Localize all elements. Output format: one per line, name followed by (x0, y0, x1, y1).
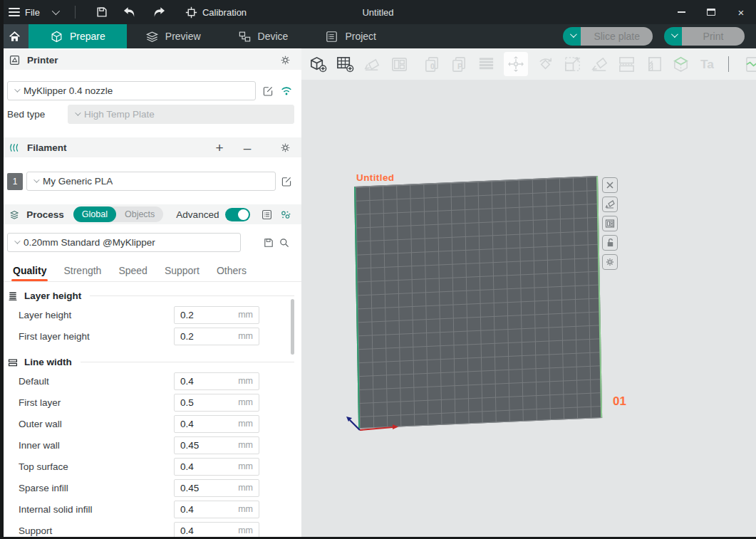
printer-preset-dropdown[interactable]: MyKlipper 0.4 nozzle (7, 81, 256, 100)
scale-icon (563, 55, 582, 74)
tab-device[interactable]: Device (219, 24, 307, 48)
add-plate-button[interactable] (336, 55, 355, 74)
delete-plate-button[interactable] (602, 177, 618, 193)
print-options-button[interactable] (664, 27, 682, 46)
search-settings-button[interactable] (276, 235, 292, 251)
save-preset-button[interactable] (261, 235, 276, 251)
layer-height-input[interactable] (180, 310, 230, 320)
line-width-first-layer-input[interactable] (180, 397, 230, 408)
cut-tool-button[interactable] (617, 55, 636, 74)
scope-objects-button[interactable]: Objects (116, 206, 163, 222)
first-layer-height-input[interactable] (180, 331, 230, 342)
add-filament-button[interactable]: + (212, 140, 227, 155)
line-width-outer-wall-input[interactable] (180, 419, 230, 429)
line-width-support-input[interactable] (180, 525, 230, 536)
rotate-tool-button[interactable] (536, 55, 555, 74)
tab-project[interactable]: Project (306, 24, 395, 48)
printer-settings-button[interactable] (277, 52, 293, 68)
maximize-button[interactable] (696, 0, 726, 24)
arrange-plate-button[interactable] (602, 216, 618, 231)
tab-prepare[interactable]: Prepare (29, 24, 127, 48)
scale-tool-button[interactable] (563, 55, 582, 74)
file-menu[interactable]: File (9, 6, 58, 19)
filament-preset-dropdown[interactable]: My Generic PLA (26, 172, 276, 191)
line-width-inner-wall-input[interactable] (180, 440, 230, 451)
chevron-down-icon (75, 110, 81, 115)
add-object-button[interactable] (309, 55, 328, 74)
file-menu-label: File (25, 7, 40, 18)
undo-button[interactable] (118, 3, 143, 21)
lock-plate-button[interactable] (602, 235, 618, 251)
calibration-button[interactable]: Calibration (185, 6, 247, 19)
settings-list: Layer height Layer height mm First layer… (0, 282, 301, 539)
arrange-plate-icon (605, 219, 615, 229)
tab-speed[interactable]: Speed (110, 265, 155, 281)
arrange-button[interactable] (390, 55, 409, 74)
auto-orient-button[interactable] (363, 55, 382, 74)
close-button[interactable]: × (726, 0, 756, 24)
parameter-list-button[interactable] (259, 206, 274, 222)
tab-others[interactable]: Others (208, 265, 255, 281)
prepare-icon (50, 30, 63, 43)
plate-settings-button[interactable] (602, 254, 618, 270)
lay-on-face-button[interactable] (590, 55, 609, 74)
bed-type-dropdown[interactable]: High Temp Plate (68, 105, 294, 124)
filament-settings-button[interactable] (277, 140, 293, 155)
remove-filament-button[interactable]: – (239, 140, 255, 155)
gear-icon (605, 257, 615, 267)
tab-preview[interactable]: Preview (127, 24, 219, 48)
advanced-toggle[interactable] (225, 208, 249, 221)
setting-row: Outer wall mm (0, 413, 301, 434)
edit-filament-button[interactable] (279, 174, 294, 189)
variable-layer-height-button[interactable] (477, 55, 496, 74)
setting-row: Layer height mm (0, 304, 301, 325)
process-preset-dropdown[interactable]: 0.20mm Standard @MyKlipper (7, 233, 241, 252)
split-to-objects-icon: 0 (423, 55, 442, 74)
toolbar-separator (728, 56, 729, 72)
build-plate[interactable] (354, 176, 602, 429)
setting-label: Outer wall (19, 419, 174, 429)
wifi-connection-button[interactable] (279, 83, 294, 99)
line-width-sparse-infill-input[interactable] (180, 483, 230, 493)
setting-label: Layer height (19, 310, 174, 320)
assembly-view-button[interactable] (744, 55, 756, 74)
value-box: mm (174, 394, 259, 412)
plate-name-label: Untitled (356, 172, 394, 183)
slice-options-button[interactable] (563, 27, 581, 46)
tab-project-label: Project (345, 31, 376, 42)
redo-button[interactable] (147, 3, 171, 21)
printer-preset-row: MyKlipper 0.4 nozzle (0, 81, 301, 100)
line-width-default-input[interactable] (180, 376, 230, 387)
setting-row: Inner wall mm (0, 434, 301, 456)
split-to-parts-button[interactable]: P (450, 55, 469, 74)
save-icon (95, 6, 108, 19)
split-to-objects-button[interactable]: 0 (423, 55, 442, 74)
print-button[interactable]: Print (682, 27, 745, 46)
compare-presets-button[interactable] (278, 206, 293, 222)
bed-type-label: Bed type (7, 109, 68, 120)
text-tool-button[interactable]: Ta (698, 55, 718, 74)
tab-support[interactable]: Support (156, 265, 208, 281)
tab-quality[interactable]: Quality (4, 265, 55, 281)
seam-tool-button[interactable] (671, 55, 690, 74)
auto-orient-plate-button[interactable] (602, 197, 618, 212)
chevron-down-icon (52, 7, 60, 15)
home-button[interactable] (0, 24, 29, 48)
unit-label: mm (238, 483, 253, 493)
orcaslicer-window: File Calibration Untitled × (0, 0, 756, 539)
window-title: Untitled (362, 7, 393, 18)
scope-global-button[interactable]: Global (73, 206, 116, 222)
move-tool-button[interactable] (504, 52, 528, 76)
setting-row: First layer mm (0, 392, 301, 413)
tab-strength[interactable]: Strength (55, 265, 110, 281)
settings-scrollbar[interactable] (291, 299, 294, 355)
minimize-button[interactable] (666, 0, 696, 24)
slice-plate-button[interactable]: Slice plate (581, 27, 653, 46)
filament-slot-badge[interactable]: 1 (7, 173, 23, 190)
line-width-internal-solid-input[interactable] (180, 504, 230, 515)
save-button[interactable] (90, 3, 114, 21)
close-icon (606, 181, 614, 189)
edit-printer-button[interactable] (260, 83, 276, 99)
paint-tool-button[interactable] (644, 55, 663, 74)
line-width-top-surface-input[interactable] (180, 461, 230, 472)
